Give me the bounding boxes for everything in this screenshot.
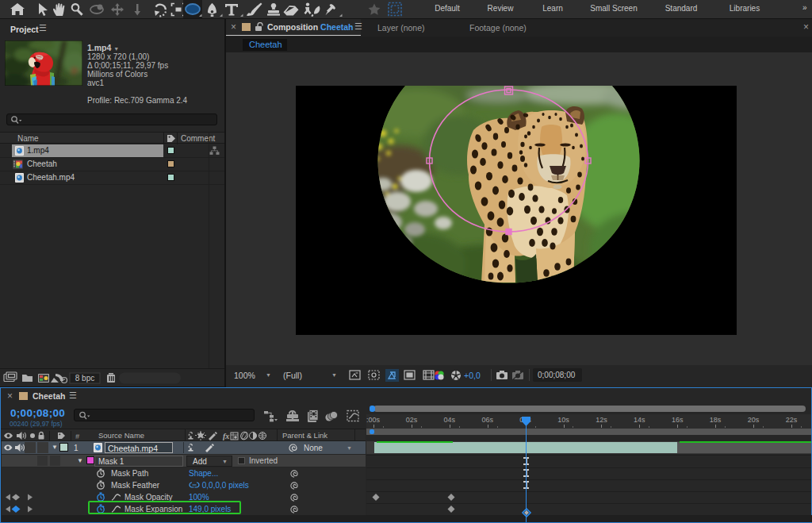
svg-text:#: # xyxy=(75,433,80,440)
svg-text:fx: fx xyxy=(223,432,229,440)
svg-text:8 bpc: 8 bpc xyxy=(75,374,94,383)
